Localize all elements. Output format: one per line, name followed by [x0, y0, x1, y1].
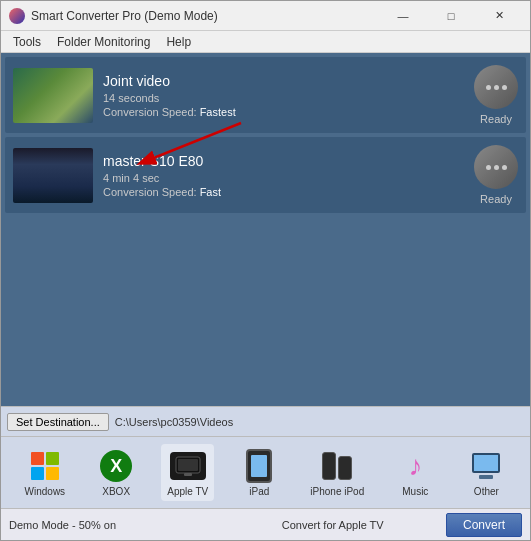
dot-1a: [486, 85, 491, 90]
dot-1c: [502, 85, 507, 90]
file-status-2: Ready: [474, 145, 518, 205]
device-label-iphone: iPhone iPod: [310, 486, 364, 497]
dot-1b: [494, 85, 499, 90]
menu-tools[interactable]: Tools: [5, 33, 49, 51]
speed-label-2: Conversion Speed:: [103, 186, 200, 198]
convert-for-text: Convert for Apple TV: [227, 519, 437, 531]
file-info-2: master S10 E80 4 min 4 sec Conversion Sp…: [103, 153, 466, 198]
convert-button[interactable]: Convert: [446, 513, 522, 537]
device-iphone[interactable]: iPhone iPod: [304, 444, 370, 501]
file-thumbnail-1: [13, 68, 93, 123]
window-controls: — □ ✕: [380, 1, 522, 31]
device-label-other: Other: [474, 486, 499, 497]
empty-file-area: [5, 217, 526, 277]
dot-2a: [486, 165, 491, 170]
file-item-2: master S10 E80 4 min 4 sec Conversion Sp…: [5, 137, 526, 213]
status-label-1: Ready: [480, 113, 512, 125]
minimize-button[interactable]: —: [380, 1, 426, 31]
dot-2c: [502, 165, 507, 170]
menu-bar: Tools Folder Monitoring Help: [1, 31, 530, 53]
destination-bar: Set Destination... C:\Users\pc0359\Video…: [1, 406, 530, 436]
title-bar: Smart Converter Pro (Demo Mode) — □ ✕: [1, 1, 530, 31]
ipad-icon: [241, 448, 277, 484]
file-duration-1: 14 seconds: [103, 92, 466, 104]
status-dots-1: [486, 85, 507, 90]
status-circle-1: [474, 65, 518, 109]
file-name-2: master S10 E80: [103, 153, 466, 169]
device-label-music: Music: [402, 486, 428, 497]
device-label-xbox: XBOX: [102, 486, 130, 497]
other-icon: [468, 448, 504, 484]
close-button[interactable]: ✕: [476, 1, 522, 31]
device-other[interactable]: Other: [460, 444, 512, 501]
status-circle-2: [474, 145, 518, 189]
file-thumbnail-2: [13, 148, 93, 203]
speed-value-1: Fastest: [200, 106, 236, 118]
device-xbox[interactable]: X XBOX: [90, 444, 142, 501]
device-ipad[interactable]: iPad: [233, 444, 285, 501]
dot-2b: [494, 165, 499, 170]
app-icon: [9, 8, 25, 24]
file-speed-2: Conversion Speed: Fast: [103, 186, 466, 198]
window-title: Smart Converter Pro (Demo Mode): [31, 9, 380, 23]
xbox-icon: X: [98, 448, 134, 484]
svg-rect-3: [178, 459, 198, 471]
speed-label-1: Conversion Speed:: [103, 106, 200, 118]
status-bar: Demo Mode - 50% on Convert for Apple TV …: [1, 508, 530, 540]
main-content: Joint video 14 seconds Conversion Speed:…: [1, 53, 530, 406]
appletv-icon: [170, 448, 206, 484]
main-window: Smart Converter Pro (Demo Mode) — □ ✕ To…: [0, 0, 531, 541]
device-label-ipad: iPad: [249, 486, 269, 497]
menu-folder-monitoring[interactable]: Folder Monitoring: [49, 33, 158, 51]
device-windows[interactable]: Windows: [19, 444, 72, 501]
windows-icon: [27, 448, 63, 484]
status-dots-2: [486, 165, 507, 170]
set-destination-button[interactable]: Set Destination...: [7, 413, 109, 431]
file-info-1: Joint video 14 seconds Conversion Speed:…: [103, 73, 466, 118]
device-music[interactable]: ♪ Music: [389, 444, 441, 501]
file-list: Joint video 14 seconds Conversion Speed:…: [1, 53, 530, 406]
file-duration-2: 4 min 4 sec: [103, 172, 466, 184]
file-speed-1: Conversion Speed: Fastest: [103, 106, 466, 118]
device-label-windows: Windows: [25, 486, 66, 497]
speed-value-2: Fast: [200, 186, 221, 198]
device-label-appletv: Apple TV: [167, 486, 208, 497]
menu-help[interactable]: Help: [158, 33, 199, 51]
status-label-2: Ready: [480, 193, 512, 205]
file-status-1: Ready: [474, 65, 518, 125]
demo-mode-text: Demo Mode - 50% on: [9, 519, 219, 531]
destination-path: C:\Users\pc0359\Videos: [115, 416, 233, 428]
file-item-1: Joint video 14 seconds Conversion Speed:…: [5, 57, 526, 133]
svg-rect-4: [184, 473, 192, 476]
device-bar: Windows X XBOX Apple TV: [1, 436, 530, 508]
maximize-button[interactable]: □: [428, 1, 474, 31]
file-name-1: Joint video: [103, 73, 466, 89]
iphone-icon: [319, 448, 355, 484]
music-icon: ♪: [397, 448, 433, 484]
device-appletv[interactable]: Apple TV: [161, 444, 214, 501]
